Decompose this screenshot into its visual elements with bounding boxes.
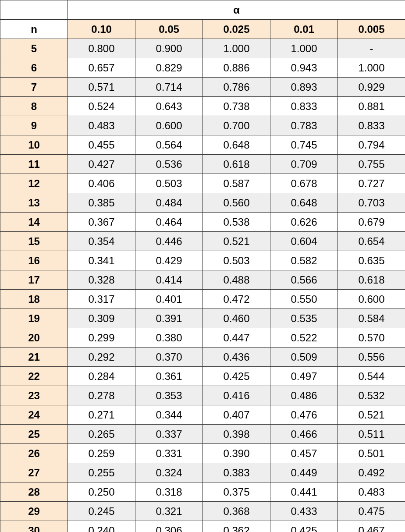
table-row: 130.3850.4840.5600.6480.703 [0,193,405,213]
value-cell: 0.535 [270,309,338,328]
value-cell: 0.524 [68,97,135,116]
value-cell: 0.292 [68,348,135,367]
value-cell: 0.416 [203,386,270,405]
value-cell: 0.436 [203,348,270,367]
value-cell: 0.429 [135,251,203,270]
value-cell: 0.483 [338,482,405,502]
value-cell: 0.375 [203,482,270,502]
value-cell: 0.648 [203,135,270,155]
alpha-level-header: 0.05 [135,20,203,39]
value-cell: 1.000 [270,39,338,58]
value-cell: 0.794 [338,135,405,155]
value-cell: 0.727 [338,174,405,193]
critical-values-table: αn0.100.050.0250.010.00550.8000.9001.000… [0,0,405,532]
n-value-cell: 11 [0,155,68,174]
value-cell: 0.284 [68,367,135,386]
table-row: 90.4830.6000.7000.7830.833 [0,116,405,135]
value-cell: 0.467 [338,521,405,532]
value-cell: 0.536 [135,155,203,174]
value-cell: 0.407 [203,405,270,425]
table-row: 190.3090.3910.4600.5350.584 [0,309,405,328]
n-value-cell: 22 [0,367,68,386]
table-row: 170.3280.4140.4880.5660.618 [0,270,405,290]
value-cell: 0.657 [68,58,135,78]
value-cell: 0.532 [338,386,405,405]
value-cell: 0.486 [270,386,338,405]
value-cell: 0.401 [135,290,203,309]
value-cell: 0.800 [68,39,135,58]
value-cell: 0.425 [270,521,338,532]
value-cell: 0.600 [135,116,203,135]
value-cell: 0.259 [68,444,135,463]
value-cell: 0.398 [203,425,270,444]
value-cell: 0.587 [203,174,270,193]
n-value-cell: 10 [0,135,68,155]
value-cell: 0.714 [135,78,203,97]
value-cell: 0.678 [270,174,338,193]
value-cell: 0.503 [135,174,203,193]
alpha-level-header: 0.01 [270,20,338,39]
value-cell: 0.385 [68,193,135,213]
value-cell: 0.318 [135,482,203,502]
value-cell: 0.886 [203,58,270,78]
value-cell: 0.560 [203,193,270,213]
value-cell: 0.544 [338,367,405,386]
value-cell: 0.414 [135,270,203,290]
value-cell: 0.492 [338,463,405,482]
value-cell: 0.464 [135,213,203,232]
value-cell: 0.328 [68,270,135,290]
value-cell: 0.460 [203,309,270,328]
value-cell: 1.000 [338,58,405,78]
value-cell: 0.390 [203,444,270,463]
value-cell: 0.331 [135,444,203,463]
value-cell: 0.900 [135,39,203,58]
value-cell: 0.427 [68,155,135,174]
n-value-cell: 14 [0,213,68,232]
corner-blank-cell [0,0,68,20]
table-row: 250.2650.3370.3980.4660.511 [0,425,405,444]
n-value-cell: 8 [0,97,68,116]
value-cell: 0.441 [270,482,338,502]
value-cell: 0.833 [338,116,405,135]
value-cell: 0.755 [338,155,405,174]
value-cell: 0.618 [203,155,270,174]
value-cell: 0.324 [135,463,203,482]
value-cell: 0.475 [338,502,405,521]
table-row: 120.4060.5030.5870.6780.727 [0,174,405,193]
table-row: 140.3670.4640.5380.6260.679 [0,213,405,232]
value-cell: 0.600 [338,290,405,309]
n-value-cell: 6 [0,58,68,78]
value-cell: 0.654 [338,232,405,251]
n-value-cell: 9 [0,116,68,135]
value-cell: 0.380 [135,328,203,348]
value-cell: 0.406 [68,174,135,193]
value-cell: 0.278 [68,386,135,405]
n-value-cell: 7 [0,78,68,97]
n-value-cell: 16 [0,251,68,270]
value-cell: 0.648 [270,193,338,213]
value-cell: 0.433 [270,502,338,521]
table-row: 180.3170.4010.4720.5500.600 [0,290,405,309]
table-row: 100.4550.5640.6480.7450.794 [0,135,405,155]
value-cell: 0.738 [203,97,270,116]
n-value-cell: 17 [0,270,68,290]
n-value-cell: 23 [0,386,68,405]
value-cell: 0.245 [68,502,135,521]
n-value-cell: 29 [0,502,68,521]
value-cell: 0.538 [203,213,270,232]
n-value-cell: 28 [0,482,68,502]
value-cell: 0.446 [135,232,203,251]
value-cell: 0.362 [203,521,270,532]
value-cell: 0.829 [135,58,203,78]
value-cell: 0.566 [270,270,338,290]
value-cell: 0.584 [338,309,405,328]
table-row: 260.2590.3310.3900.4570.501 [0,444,405,463]
value-cell: 0.391 [135,309,203,328]
table-row: 230.2780.3530.4160.4860.532 [0,386,405,405]
value-cell: 0.483 [68,116,135,135]
value-cell: 0.626 [270,213,338,232]
value-cell: 0.709 [270,155,338,174]
value-cell: 0.582 [270,251,338,270]
value-cell: 0.447 [203,328,270,348]
value-cell: 0.745 [270,135,338,155]
